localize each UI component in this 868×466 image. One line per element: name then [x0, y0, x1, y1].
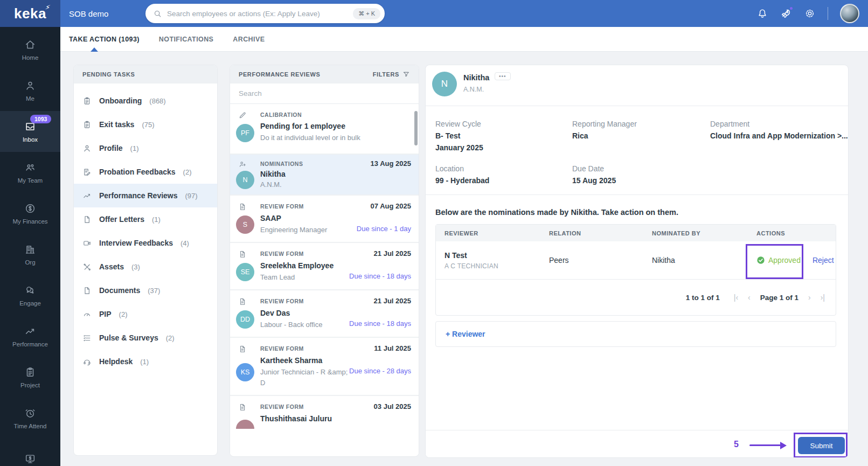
pending-item-interview-feedbacks[interactable]: Interview Feedbacks (4)	[74, 231, 217, 255]
checklist-icon	[82, 333, 92, 343]
add-reviewer-link[interactable]: + Reviewer	[436, 330, 485, 338]
sidebar-item-my-team[interactable]: My Team	[0, 152, 60, 193]
clipboard-icon	[24, 366, 36, 378]
tab-archive[interactable]: ARCHIVE	[233, 36, 265, 43]
pending-item-pulse-surveys[interactable]: Pulse & Surveys (2)	[74, 326, 217, 350]
pending-tasks-panel: PENDING TASKS Onboarding (868) Exit task…	[73, 65, 218, 456]
filters-button[interactable]: FILTERS	[373, 71, 410, 78]
person-add-icon	[238, 160, 247, 169]
pending-item-performance-reviews[interactable]: Performance Reviews (97)	[74, 184, 217, 207]
search-icon	[153, 9, 162, 18]
tab-notifications[interactable]: NOTIFICATIONS	[159, 36, 214, 43]
review-form-icon	[238, 203, 247, 211]
review-card-saap[interactable]: S REVIEW FORM 07 Aug 2025 SAAP Engineeri…	[230, 196, 419, 243]
funnel-icon	[402, 71, 410, 78]
reviews-search[interactable]	[230, 84, 419, 104]
reviews-search-input[interactable]	[239, 89, 410, 98]
submit-button[interactable]: Submit	[798, 437, 845, 454]
user-icon	[82, 144, 92, 153]
payroll-monitor-icon	[24, 453, 36, 465]
pending-item-documents[interactable]: Documents (37)	[74, 279, 217, 302]
first-page-button[interactable]: |‹	[734, 293, 738, 302]
nominated-by-cell: Nikitha	[643, 256, 748, 265]
global-search[interactable]: ⌘ + K	[145, 4, 385, 23]
approve-action[interactable]: Approved	[756, 256, 801, 265]
pending-item-offer-letters[interactable]: Offer Letters (1)	[74, 207, 217, 231]
avatar: S	[236, 215, 254, 234]
team-icon	[24, 162, 36, 173]
sidebar-item-time-attend[interactable]: Time Attend	[0, 398, 60, 439]
reviews-card-list: PF CALIBRATION Pending for 1 employee Do…	[230, 104, 419, 457]
avatar: SE	[236, 263, 254, 281]
sidebar-item-inbox[interactable]: 1093 Inbox	[0, 111, 60, 152]
review-card-calibration[interactable]: PF CALIBRATION Pending for 1 employee Do…	[230, 104, 419, 155]
keka-logo[interactable]: keka ⚡	[0, 0, 60, 27]
table-header-row: REVIEWER RELATION NOMINATED BY ACTIONS	[436, 225, 836, 241]
prev-page-button[interactable]: ‹	[748, 293, 751, 302]
inbox-tab-bar: TAKE ACTION (1093) NOTIFICATIONS ARCHIVE	[60, 27, 868, 52]
pencil-icon	[238, 111, 247, 120]
field-location: Location 99 - Hyderabad	[435, 164, 489, 185]
sidebar-item-payroll-partial[interactable]	[0, 439, 60, 466]
notifications-bell-icon[interactable]	[756, 8, 768, 19]
video-camera-icon	[82, 239, 92, 248]
tools-icon	[82, 262, 92, 272]
sidebar-item-my-finances[interactable]: My Finances	[0, 193, 60, 234]
sidebar-item-project[interactable]: Project	[0, 357, 60, 398]
table-row: N Test A C TECHNICIAN Peers Nikitha Appr…	[436, 241, 836, 280]
field-due-date: Due Date 15 Aug 2025	[572, 164, 616, 185]
trend-up-icon	[24, 325, 36, 337]
user-avatar[interactable]	[840, 4, 859, 23]
shortcut-chip: ⌘ + K	[353, 8, 380, 19]
rocket-badge-dot	[789, 6, 794, 11]
sidebar-item-performance[interactable]: Performance	[0, 316, 60, 357]
review-card-sreelekha[interactable]: SE REVIEW FORM 21 Jul 2025 Sreelekha Emp…	[230, 243, 419, 290]
reject-action[interactable]: Reject	[813, 256, 834, 265]
review-card-nomination-nikitha[interactable]: N NOMINATIONS 13 Aug 2025 Nikitha A.N.M.	[230, 155, 419, 196]
pending-item-assets[interactable]: Assets (3)	[74, 255, 217, 279]
last-page-button[interactable]: ›|	[821, 293, 825, 302]
pending-item-helpdesk[interactable]: Helpdesk (1)	[74, 350, 217, 373]
avatar: KS	[236, 363, 254, 381]
review-form-icon	[238, 345, 247, 353]
pending-item-probation-feedbacks[interactable]: Probation Feedbacks (2)	[74, 160, 217, 184]
sidebar-nav: Home Me 1093 Inbox My Team My Finances O…	[0, 27, 60, 466]
detail-avatar: N	[432, 72, 457, 96]
file-icon	[82, 286, 92, 295]
settings-gear-icon[interactable]	[804, 8, 816, 19]
sidebar-item-home[interactable]: Home	[0, 29, 60, 70]
dollar-circle-icon	[24, 203, 36, 214]
add-reviewer-box: + Reviewer	[435, 321, 836, 347]
trend-up-icon	[82, 191, 92, 200]
review-form-icon	[238, 250, 247, 259]
clipboard-icon	[82, 96, 92, 106]
nominations-note: Below are the nominations made by Nikith…	[426, 195, 848, 224]
pending-item-exit-tasks[interactable]: Exit tasks (75)	[74, 113, 217, 136]
relation-cell: Peers	[540, 256, 643, 265]
whats-new-rocket-icon[interactable]	[780, 8, 792, 19]
headset-icon	[82, 357, 92, 366]
review-card-kartheek[interactable]: KS REVIEW FORM 11 Jul 2025 Kartheek Shar…	[230, 338, 419, 396]
logo-spark-icon: ⚡	[45, 3, 52, 12]
review-card-dev-das[interactable]: DD REVIEW FORM 21 Jul 2025 Dev Das Labou…	[230, 290, 419, 338]
sidebar-item-engage[interactable]: Engage	[0, 275, 60, 316]
top-bar: keka ⚡ SOB demo ⌘ + K	[0, 0, 868, 27]
tab-take-action[interactable]: TAKE ACTION (1093)	[69, 36, 140, 43]
pending-item-pip[interactable]: PIP (2)	[74, 302, 217, 326]
review-form-icon	[238, 403, 247, 412]
sidebar-item-org[interactable]: Org	[0, 234, 60, 275]
sidebar-item-me[interactable]: Me	[0, 70, 60, 111]
reviews-list-scrollbar[interactable]	[414, 111, 418, 145]
app-title: SOB demo	[69, 0, 108, 27]
avatar	[236, 420, 254, 429]
doc-edit-icon	[82, 168, 92, 177]
topbar-divider	[828, 7, 828, 20]
next-page-button[interactable]: ›	[808, 293, 811, 302]
pending-item-onboarding[interactable]: Onboarding (868)	[74, 89, 217, 113]
global-search-input[interactable]	[167, 10, 353, 18]
review-card-thushithasai[interactable]: REVIEW FORM 03 Jul 2025 Thushithasai Jul…	[230, 396, 419, 455]
more-options-button[interactable]: •••	[495, 72, 511, 80]
avatar: PF	[236, 124, 254, 142]
pending-item-profile[interactable]: Profile (1)	[74, 136, 217, 160]
performance-reviews-panel: PERFORMANCE REVIEWS FILTERS PF CALIBRATI…	[230, 65, 419, 457]
